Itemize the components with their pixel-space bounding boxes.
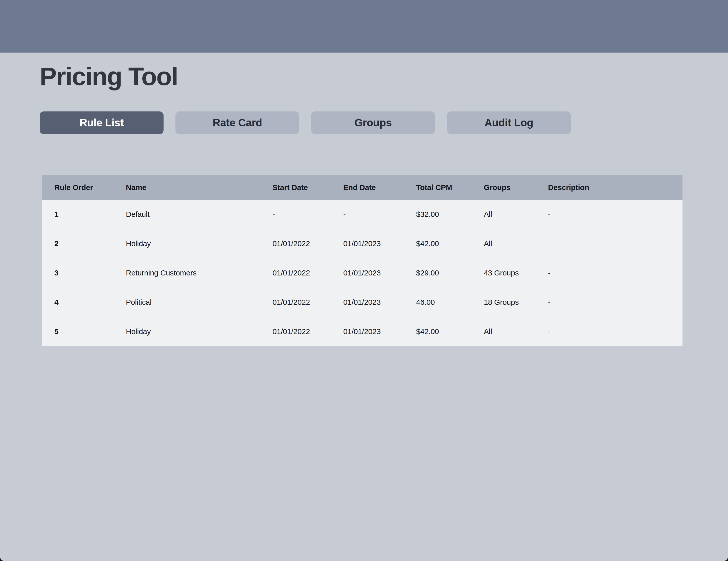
tab-audit-log[interactable]: Audit Log <box>447 112 571 134</box>
cell-groups: All <box>484 210 548 219</box>
table-row[interactable]: 5 Holiday 01/01/2022 01/01/2023 $42.00 A… <box>42 317 683 346</box>
tab-bar: Rule List Rate Card Groups Audit Log <box>40 112 728 134</box>
cell-total-cpm: $29.00 <box>416 269 484 277</box>
cell-name: Political <box>126 298 272 306</box>
table-row[interactable]: 3 Returning Customers 01/01/2022 01/01/2… <box>42 258 683 287</box>
column-header-name: Name <box>126 183 272 192</box>
cell-groups: 43 Groups <box>484 269 548 277</box>
cell-end-date: 01/01/2023 <box>343 327 416 336</box>
cell-end-date: 01/01/2023 <box>343 298 416 306</box>
top-banner <box>0 0 728 53</box>
cell-start-date: - <box>272 210 343 219</box>
column-header-total-cpm: Total CPM <box>416 183 484 192</box>
cell-start-date: 01/01/2022 <box>272 298 343 306</box>
cell-rule-order: 2 <box>54 239 126 248</box>
cell-end-date: 01/01/2023 <box>343 239 416 248</box>
cell-total-cpm: $42.00 <box>416 327 484 336</box>
cell-description: - <box>548 210 683 219</box>
table-body: 1 Default - - $32.00 All - 2 Holiday 01/… <box>42 200 683 346</box>
pricing-tool-app: Pricing Tool Rule List Rate Card Groups … <box>0 0 728 561</box>
cell-groups: All <box>484 327 548 336</box>
tab-groups[interactable]: Groups <box>311 112 435 134</box>
column-header-description: Description <box>548 183 683 192</box>
cell-total-cpm: $32.00 <box>416 210 484 219</box>
cell-rule-order: 3 <box>54 269 126 277</box>
cell-name: Default <box>126 210 272 219</box>
tab-rate-card[interactable]: Rate Card <box>175 112 299 134</box>
tab-rule-list[interactable]: Rule List <box>40 112 164 134</box>
column-header-rule-order: Rule Order <box>54 183 126 192</box>
cell-rule-order: 5 <box>54 327 126 336</box>
table-header-row: Rule Order Name Start Date End Date Tota… <box>42 175 683 200</box>
cell-description: - <box>548 269 683 277</box>
cell-groups: 18 Groups <box>484 298 548 306</box>
cell-name: Holiday <box>126 327 272 336</box>
cell-rule-order: 4 <box>54 298 126 306</box>
cell-description: - <box>548 327 683 336</box>
table-row[interactable]: 4 Political 01/01/2022 01/01/2023 46.00 … <box>42 287 683 317</box>
cell-start-date: 01/01/2022 <box>272 239 343 248</box>
cell-total-cpm: 46.00 <box>416 298 484 306</box>
cell-name: Returning Customers <box>126 269 272 277</box>
rules-table: Rule Order Name Start Date End Date Tota… <box>42 175 683 346</box>
table-row[interactable]: 1 Default - - $32.00 All - <box>42 200 683 229</box>
cell-description: - <box>548 239 683 248</box>
cell-name: Holiday <box>126 239 272 248</box>
column-header-start-date: Start Date <box>272 183 343 192</box>
cell-groups: All <box>484 239 548 248</box>
cell-start-date: 01/01/2022 <box>272 269 343 277</box>
cell-total-cpm: $42.00 <box>416 239 484 248</box>
cell-end-date: 01/01/2023 <box>343 269 416 277</box>
cell-start-date: 01/01/2022 <box>272 327 343 336</box>
cell-rule-order: 1 <box>54 210 126 219</box>
page-title: Pricing Tool <box>40 62 728 91</box>
column-header-end-date: End Date <box>343 183 416 192</box>
cell-end-date: - <box>343 210 416 219</box>
table-row[interactable]: 2 Holiday 01/01/2022 01/01/2023 $42.00 A… <box>42 229 683 258</box>
column-header-groups: Groups <box>484 183 548 192</box>
cell-description: - <box>548 298 683 306</box>
